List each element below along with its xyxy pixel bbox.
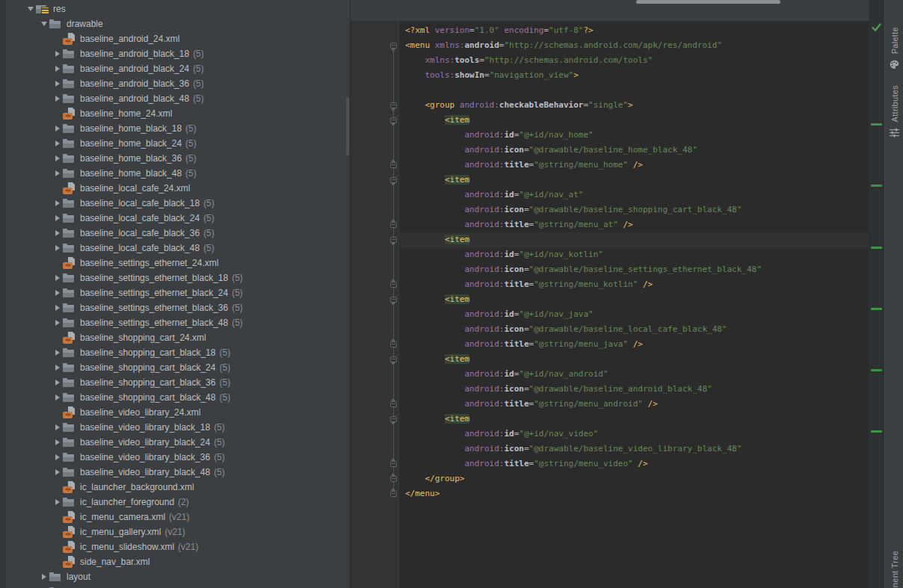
tree-collapsed-arrow-icon[interactable]	[52, 422, 63, 433]
fold-start-marker[interactable]	[390, 356, 397, 362]
tree-collapsed-arrow-icon[interactable]	[52, 213, 63, 223]
tree-item-baseline_android_black_18[interactable]: baseline_android_black_18(5)	[6, 46, 350, 61]
editor-line-21[interactable]: 21 android:icon="@drawable/baseline_loca…	[351, 322, 885, 337]
editor-line-13[interactable]: 13 android:icon="@drawable/baseline_shop…	[351, 202, 885, 217]
fold-end-marker[interactable]	[390, 491, 397, 497]
editor-line-15[interactable]: 15 <item	[351, 232, 885, 247]
tree-scrollbar-thumb[interactable]	[346, 97, 349, 155]
editor-line-3[interactable]: 3 xmlns:tools="http://schemas.android.co…	[351, 53, 885, 68]
fold-start-marker[interactable]	[390, 102, 397, 108]
inspection-mark[interactable]	[871, 185, 882, 187]
tree-item-baseline_shopping_cart_black_24[interactable]: baseline_shopping_cart_black_24(5)	[6, 360, 350, 375]
tree-collapsed-arrow-icon[interactable]	[52, 243, 63, 253]
editor-line-17[interactable]: 17 android:icon="@drawable/baseline_sett…	[351, 262, 885, 277]
tree-collapsed-arrow-icon[interactable]	[52, 123, 63, 134]
tree-item-baseline_settings_ethernet_black_48[interactable]: baseline_settings_ethernet_black_48(5)	[6, 315, 350, 330]
fold-start-marker[interactable]	[390, 177, 397, 183]
tree-collapsed-arrow-icon[interactable]	[52, 452, 63, 462]
tree-collapsed-arrow-icon[interactable]	[52, 288, 63, 298]
editor-line-5[interactable]: 5	[351, 83, 885, 98]
editor-line-12[interactable]: 12 android:id="@+id/nav_at"	[351, 188, 885, 202]
editor-line-18[interactable]: 18 android:title="@string/menu_kotlin" /…	[351, 277, 885, 292]
inspection-mark[interactable]	[871, 430, 882, 433]
editor-line-23[interactable]: 23 <item	[351, 352, 885, 367]
tree-item-baseline_home_black_36[interactable]: baseline_home_black_36(5)	[6, 151, 350, 166]
fold-start-marker[interactable]	[390, 416, 397, 422]
tree-item-baseline_settings_ethernet_24.xml[interactable]: baseline_settings_ethernet_24.xml	[6, 256, 350, 270]
tree-collapsed-arrow-icon[interactable]	[52, 138, 63, 149]
tree-collapsed-arrow-icon[interactable]	[52, 198, 63, 208]
tree-item-baseline_android_black_36[interactable]: baseline_android_black_36(5)	[6, 76, 350, 91]
editor-line-32[interactable]: 32</menu>	[351, 486, 885, 501]
fold-end-marker[interactable]	[390, 401, 397, 407]
tree-item-baseline_shopping_cart_black_36[interactable]: baseline_shopping_cart_black_36(5)	[6, 375, 350, 390]
editor-line-1[interactable]: 1<?xml version="1.0" encoding="utf-8"?>	[351, 23, 885, 38]
inspection-mark[interactable]	[871, 369, 882, 371]
editor-line-8[interactable]: 8 android:id="@+id/nav_home"	[351, 128, 885, 143]
editor-line-9[interactable]: 9 android:icon="@drawable/baseline_home_…	[351, 143, 885, 158]
editor-line-7[interactable]: 7 <item	[351, 113, 885, 128]
tree-expanded-arrow-icon[interactable]	[39, 19, 49, 29]
fold-end-marker[interactable]	[390, 461, 397, 467]
tree-collapsed-arrow-icon[interactable]	[52, 437, 63, 448]
editor-line-20[interactable]: 20 android:id="@+id/nav_java"	[351, 307, 885, 322]
fold-start-marker[interactable]	[390, 43, 397, 49]
editor-line-22[interactable]: 22 android:title="@string/menu_java" />	[351, 337, 885, 352]
inspections-ok-icon[interactable]	[871, 22, 882, 33]
tree-collapsed-arrow-icon[interactable]	[52, 392, 63, 403]
tree-collapsed-arrow-icon[interactable]	[52, 347, 63, 358]
tree-item-partial[interactable]	[6, 584, 350, 588]
tree-item-baseline_local_cafe_black_24[interactable]: baseline_local_cafe_black_24(5)	[6, 211, 350, 226]
tree-collapsed-arrow-icon[interactable]	[52, 467, 63, 477]
tree-item-baseline_local_cafe_black_48[interactable]: baseline_local_cafe_black_48(5)	[6, 241, 350, 256]
fold-end-marker[interactable]	[390, 282, 397, 288]
tree-collapsed-arrow-icon[interactable]	[52, 303, 63, 313]
tree-collapsed-arrow-icon[interactable]	[52, 49, 63, 59]
editor-line-16[interactable]: 16 android:id="@+id/nav_kotlin"	[351, 247, 885, 262]
fold-start-marker[interactable]	[390, 117, 397, 123]
editor-line-30[interactable]: 30 android:title="@string/menu_video" />	[351, 457, 885, 471]
editor-line-29[interactable]: 29 android:icon="@drawable/baseline_vide…	[351, 442, 885, 457]
tree-collapsed-arrow-icon[interactable]	[52, 497, 63, 507]
tree-item-ic_menu_slideshow.xml[interactable]: ic_menu_slideshow.xml(v21)	[6, 539, 350, 554]
tree-item-ic_menu_gallery.xml[interactable]: ic_menu_gallery.xml(v21)	[6, 524, 350, 539]
tree-collapsed-arrow-icon[interactable]	[52, 78, 63, 89]
tree-collapsed-arrow-icon[interactable]	[52, 64, 63, 74]
fold-end-marker[interactable]	[390, 162, 397, 168]
tree-item-baseline_video_library_24.xml[interactable]: baseline_video_library_24.xml	[6, 405, 350, 420]
tree-item-drawable[interactable]: drawable	[6, 16, 350, 31]
editor-line-6[interactable]: 6 <group android:checkableBehavior="sing…	[351, 98, 885, 113]
editor-line-25[interactable]: 25 android:icon="@drawable/baseline_andr…	[351, 382, 885, 397]
editor-line-4[interactable]: 4 tools:showIn="navigation_view">	[351, 68, 885, 83]
tree-item-baseline_video_library_black_18[interactable]: baseline_video_library_black_18(5)	[6, 420, 350, 435]
editor-line-26[interactable]: 26 android:title="@string/menu_android" …	[351, 397, 885, 412]
editor-line-33[interactable]: 33	[351, 501, 885, 516]
tree-item-baseline_video_library_black_48[interactable]: baseline_video_library_black_48(5)	[6, 465, 350, 480]
top-scrollbar-thumb[interactable]	[636, 0, 780, 4]
tree-item-baseline_shopping_cart_black_18[interactable]: baseline_shopping_cart_black_18(5)	[6, 345, 350, 360]
tree-item-baseline_local_cafe_24.xml[interactable]: baseline_local_cafe_24.xml	[6, 181, 350, 196]
tree-item-res[interactable]: res	[6, 1, 350, 16]
fold-start-marker[interactable]	[390, 237, 397, 243]
tree-collapsed-arrow-icon[interactable]	[52, 228, 63, 238]
tree-item-ic_menu_camera.xml[interactable]: ic_menu_camera.xml(v21)	[6, 510, 350, 524]
tree-collapsed-arrow-icon[interactable]	[52, 153, 63, 164]
tab-component-tree[interactable]: Component Tree	[885, 551, 903, 588]
tree-item-baseline_settings_ethernet_black_36[interactable]: baseline_settings_ethernet_black_36(5)	[6, 300, 350, 315]
editor-line-31[interactable]: 31 </group>	[351, 471, 885, 486]
tree-item-baseline_settings_ethernet_black_18[interactable]: baseline_settings_ethernet_black_18(5)	[6, 270, 350, 285]
editor-line-24[interactable]: 24 android:id="@+id/nav_android"	[351, 367, 885, 382]
tree-item-ic_launcher_foreground[interactable]: ic_launcher_foreground(2)	[6, 495, 350, 510]
tree-item-baseline_video_library_black_36[interactable]: baseline_video_library_black_36(5)	[6, 450, 350, 465]
tree-collapsed-arrow-icon[interactable]	[39, 572, 49, 582]
tree-collapsed-arrow-icon[interactable]	[52, 273, 63, 283]
tree-collapsed-arrow-icon[interactable]	[52, 377, 63, 388]
tree-item-ic_launcher_background.xml[interactable]: ic_launcher_background.xml	[6, 480, 350, 495]
tree-item-side_nav_bar.xml[interactable]: side_nav_bar.xml	[6, 554, 350, 569]
tree-item-layout[interactable]: layout	[6, 569, 350, 584]
tree-item-baseline_home_black_48[interactable]: baseline_home_black_48(5)	[6, 166, 350, 181]
tree-item-baseline_shopping_cart_24.xml[interactable]: baseline_shopping_cart_24.xml	[6, 330, 350, 345]
tree-item-baseline_local_cafe_black_18[interactable]: baseline_local_cafe_black_18(5)	[6, 196, 350, 211]
fold-start-marker[interactable]	[390, 297, 397, 303]
tree-expanded-arrow-icon[interactable]	[25, 4, 36, 14]
